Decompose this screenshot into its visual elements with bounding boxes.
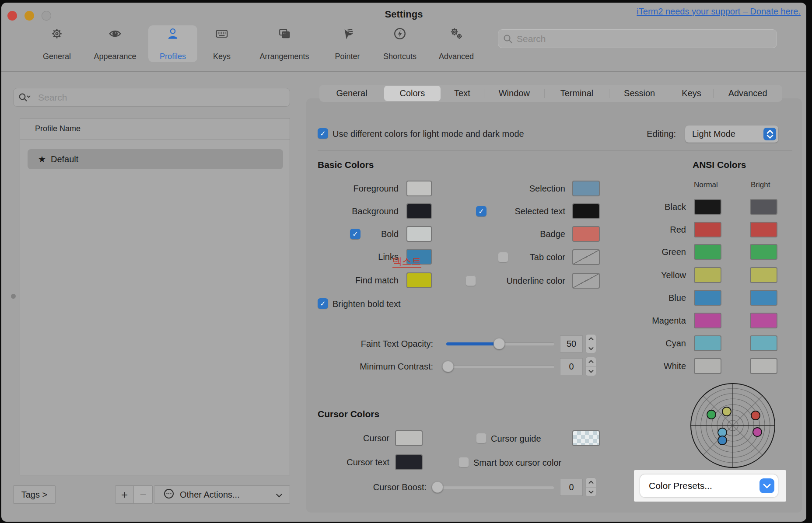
toolbar-item-appearance[interactable]: Appearance (84, 25, 146, 62)
different-colors-checkbox[interactable]: ✓ (318, 128, 328, 139)
ansi-label-red: Red (670, 225, 686, 235)
wheel-dot-red (751, 411, 760, 420)
stepper-up-icon[interactable] (586, 357, 596, 367)
selection-well[interactable] (572, 181, 600, 196)
cursor-guide-checkbox[interactable] (476, 433, 486, 443)
ansi-magenta-normal-well[interactable] (694, 313, 721, 328)
tab-color-checkbox[interactable] (498, 252, 508, 262)
brighten-bold-checkbox[interactable]: ✓ (318, 298, 328, 309)
ansi-white-normal-well[interactable] (694, 358, 721, 374)
find-match-well[interactable] (406, 272, 432, 288)
bold-well[interactable] (406, 226, 432, 242)
toolbar-divider (1, 71, 806, 72)
wheel-dot-green (707, 410, 716, 419)
cursor-guide-well[interactable] (572, 430, 600, 446)
underline-color-checkbox[interactable] (466, 275, 476, 286)
toolbar-item-shortcuts[interactable]: Shortcuts (371, 25, 428, 62)
toolbar-item-arrangements[interactable]: Arrangements (252, 25, 317, 62)
other-actions-button[interactable]: Other Actions... (154, 485, 290, 504)
tab-color-well[interactable] (572, 249, 600, 265)
faint-opacity-thumb[interactable] (494, 338, 505, 349)
windows-icon (277, 27, 291, 42)
stepper-up-icon[interactable] (586, 335, 596, 344)
toolbar-item-general[interactable]: General (32, 25, 81, 62)
profile-row-default[interactable]: ★ Default (28, 149, 283, 169)
tab-session[interactable]: Session (609, 85, 669, 102)
ansi-yellow-normal-well[interactable] (694, 267, 721, 283)
ansi-black-normal-well[interactable] (694, 199, 721, 215)
profile-list-header: Profile Name (20, 119, 290, 139)
foreground-well[interactable] (406, 181, 432, 196)
toolbar-item-pointer[interactable]: Pointer (321, 25, 374, 62)
min-contrast-stepper[interactable] (585, 357, 596, 376)
add-profile-button[interactable]: + (116, 486, 134, 503)
underline-color-well[interactable] (572, 273, 600, 289)
bold-checkbox[interactable]: ✓ (350, 229, 360, 239)
ansi-blue-bright-well[interactable] (750, 290, 777, 306)
ansi-cyan-normal-well[interactable] (694, 335, 721, 351)
stepper-down-icon[interactable] (586, 367, 596, 376)
ansi-magenta-bright-well[interactable] (750, 313, 777, 328)
cursor-text-well[interactable] (395, 454, 423, 470)
cursor-boost-slider[interactable] (435, 486, 554, 489)
cursor-boost-stepper[interactable] (585, 478, 596, 497)
tab-text[interactable]: Text (441, 85, 484, 102)
cursor-well[interactable] (395, 430, 423, 446)
donate-link[interactable]: iTerm2 needs your support – Donate here. (637, 7, 801, 17)
min-contrast-value[interactable]: 0 (560, 358, 583, 375)
cursor-boost-thumb[interactable] (432, 481, 443, 493)
basic-colors-heading: Basic Colors (318, 160, 374, 170)
remove-profile-button[interactable]: − (134, 486, 152, 503)
faint-opacity-stepper[interactable] (585, 334, 596, 353)
selected-text-well[interactable] (572, 203, 600, 219)
toolbar-item-label: Arrangements (259, 52, 309, 61)
column-header: Profile Name (35, 124, 80, 133)
ansi-blue-normal-well[interactable] (694, 290, 721, 306)
toolbar-item-keys[interactable]: Keys (197, 25, 246, 62)
selected-text-checkbox[interactable]: ✓ (476, 206, 486, 216)
search-filter-icon[interactable] (18, 92, 33, 105)
ansi-cyan-bright-well[interactable] (750, 335, 777, 351)
tab-colors[interactable]: Colors (384, 86, 441, 101)
toolbar-search-input[interactable] (498, 29, 777, 48)
faint-opacity-value[interactable]: 50 (560, 335, 583, 352)
ansi-yellow-bright-well[interactable] (750, 267, 777, 283)
tags-button[interactable]: Tags > (13, 485, 56, 504)
toolbar-item-label: Keys (213, 52, 231, 61)
different-colors-label: Use different colors for light mode and … (332, 129, 524, 139)
background-well[interactable] (406, 203, 432, 219)
cursor-boost-value[interactable]: 0 (560, 479, 583, 496)
ansi-red-normal-well[interactable] (694, 222, 721, 237)
ansi-white-bright-well[interactable] (750, 358, 777, 374)
tab-terminal[interactable]: Terminal (544, 85, 609, 102)
stepper-down-icon[interactable] (586, 488, 596, 497)
stepper-down-icon[interactable] (586, 344, 596, 353)
tab-keys[interactable]: Keys (670, 85, 713, 102)
stepper-up-icon[interactable] (586, 478, 596, 488)
tab-window[interactable]: Window (484, 85, 544, 102)
ansi-black-bright-well[interactable] (750, 199, 777, 215)
min-contrast-slider[interactable] (446, 365, 554, 368)
color-presets-button[interactable]: Color Presets... (640, 474, 778, 497)
ansi-green-normal-well[interactable] (694, 244, 721, 260)
editing-mode-popup[interactable]: Light Mode (685, 126, 778, 143)
toolbar-item-label: Shortcuts (383, 52, 416, 61)
ellipsis-circle-icon (163, 488, 175, 502)
ansi-red-bright-well[interactable] (750, 222, 777, 237)
toolbar-item-profiles[interactable]: Profiles (148, 25, 197, 62)
wheel-dot-yellow (722, 407, 731, 416)
toolbar-item-advanced[interactable]: Advanced (428, 25, 485, 62)
annotation-text: 텍스트 (392, 256, 421, 268)
tab-advanced[interactable]: Advanced (713, 85, 782, 102)
profile-name: Default (51, 154, 78, 164)
profile-search-input[interactable] (13, 88, 290, 107)
min-contrast-thumb[interactable] (442, 361, 454, 372)
foreground-label: Foreground (354, 184, 399, 194)
smart-box-checkbox[interactable] (458, 457, 469, 467)
tab-general[interactable]: General (319, 85, 384, 102)
background-label: Background (352, 206, 399, 216)
badge-well[interactable] (572, 226, 600, 242)
search-icon (503, 34, 513, 46)
bolt-icon (393, 27, 406, 42)
ansi-green-bright-well[interactable] (750, 244, 777, 260)
